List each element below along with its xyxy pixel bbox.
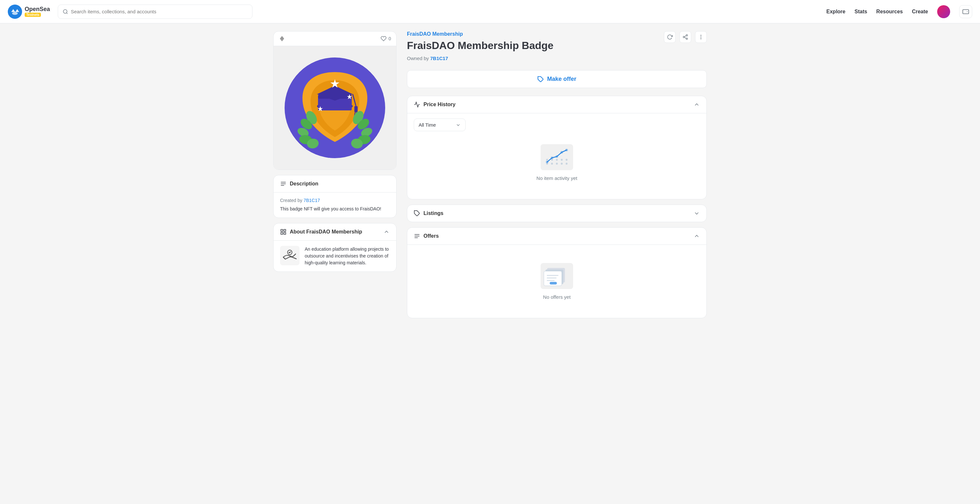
ethereum-icon bbox=[279, 35, 285, 42]
svg-point-61 bbox=[555, 155, 558, 158]
nav-links: Explore Stats Resources Create bbox=[827, 5, 972, 18]
like-button[interactable]: 0 bbox=[381, 36, 391, 41]
chevron-up-icon-price bbox=[694, 101, 700, 108]
nft-image-card: 0 bbox=[273, 31, 396, 170]
svg-point-57 bbox=[561, 159, 563, 161]
nft-image-area bbox=[274, 46, 396, 169]
avatar[interactable] bbox=[937, 5, 950, 18]
testnet-badge: Testnets bbox=[25, 13, 41, 17]
main-content: 0 bbox=[263, 23, 717, 331]
svg-point-50 bbox=[551, 163, 553, 165]
like-count: 0 bbox=[388, 36, 391, 41]
svg-rect-33 bbox=[281, 230, 283, 231]
wallet-icon[interactable] bbox=[959, 5, 972, 18]
description-text: This badge NFT will give you access to F… bbox=[280, 206, 390, 212]
nav-explore[interactable]: Explore bbox=[827, 9, 846, 14]
right-panel: FraisDAO Membership FraisDAO Membership … bbox=[407, 31, 707, 324]
nav-resources[interactable]: Resources bbox=[876, 9, 903, 14]
svg-point-63 bbox=[565, 149, 568, 152]
action-icons bbox=[664, 31, 707, 43]
svg-point-40 bbox=[683, 37, 685, 38]
collection-link[interactable]: FraisDAO Membership bbox=[407, 31, 463, 37]
make-offer-button[interactable]: Make offer bbox=[407, 70, 707, 88]
svg-point-54 bbox=[546, 159, 548, 161]
about-body: An education platform allowing projects … bbox=[274, 240, 396, 271]
tag-icon bbox=[538, 76, 544, 83]
chevron-up-icon bbox=[383, 229, 390, 235]
search-bar[interactable] bbox=[58, 5, 253, 19]
created-by: Created by 7B1C17 bbox=[280, 198, 390, 203]
share-button[interactable] bbox=[679, 31, 691, 43]
empty-offers: No offers yet bbox=[414, 250, 700, 313]
price-history-section: Price History All Time bbox=[407, 96, 707, 199]
nft-badge-image bbox=[283, 56, 387, 160]
chevron-down-icon bbox=[456, 123, 461, 128]
description-card: Description Created by 7B1C17 This badge… bbox=[273, 175, 396, 218]
offers-body: No offers yet bbox=[407, 244, 706, 318]
listings-header[interactable]: Listings bbox=[407, 205, 706, 222]
svg-point-1 bbox=[12, 12, 18, 14]
svg-point-62 bbox=[560, 151, 563, 154]
svg-rect-16 bbox=[354, 106, 358, 112]
svg-point-60 bbox=[551, 156, 553, 159]
logo[interactable]: OpenSea Testnets bbox=[8, 5, 50, 19]
description-body: Created by 7B1C17 This badge NFT will gi… bbox=[274, 192, 396, 218]
navbar: OpenSea Testnets Explore Stats Resources… bbox=[0, 0, 980, 23]
offers-header[interactable]: Offers bbox=[407, 228, 706, 244]
price-history-header[interactable]: Price History bbox=[407, 96, 706, 113]
search-icon bbox=[63, 9, 68, 14]
no-offers-label: No offers yet bbox=[543, 294, 571, 300]
svg-rect-36 bbox=[284, 233, 286, 234]
nft-title: FraisDAO Membership Badge bbox=[407, 40, 554, 52]
about-text: An education platform allowing projects … bbox=[305, 246, 390, 266]
refresh-button[interactable] bbox=[664, 31, 676, 43]
description-header[interactable]: Description bbox=[274, 175, 396, 192]
offers-section: Offers bbox=[407, 227, 707, 318]
svg-point-44 bbox=[701, 35, 702, 36]
listings-label: Listings bbox=[423, 211, 443, 216]
svg-point-56 bbox=[556, 159, 558, 161]
svg-point-53 bbox=[566, 163, 568, 165]
creator-link[interactable]: 7B1C17 bbox=[304, 198, 320, 203]
logo-text: OpenSea bbox=[25, 6, 50, 13]
svg-point-2 bbox=[63, 10, 67, 13]
svg-point-52 bbox=[561, 163, 563, 165]
svg-line-42 bbox=[684, 37, 686, 38]
right-top-section: FraisDAO Membership FraisDAO Membership … bbox=[407, 31, 707, 67]
svg-point-46 bbox=[701, 38, 702, 39]
svg-point-41 bbox=[686, 38, 687, 40]
price-history-body: All Time bbox=[407, 113, 706, 199]
owner-link[interactable]: 7B1C17 bbox=[430, 56, 448, 61]
more-options-button[interactable] bbox=[695, 31, 707, 43]
svg-line-3 bbox=[67, 13, 67, 14]
nav-stats[interactable]: Stats bbox=[854, 9, 867, 14]
chart-empty-icon bbox=[541, 144, 573, 170]
offers-icon bbox=[414, 233, 420, 239]
about-platform-icon bbox=[280, 246, 299, 265]
about-icon bbox=[280, 229, 286, 235]
svg-point-39 bbox=[686, 35, 687, 37]
price-history-label: Price History bbox=[423, 102, 456, 107]
nav-create[interactable]: Create bbox=[912, 9, 928, 14]
image-card-header: 0 bbox=[274, 32, 396, 46]
chevron-up-icon-offers bbox=[694, 233, 700, 239]
chevron-down-icon-listings bbox=[694, 210, 700, 217]
left-panel: 0 bbox=[273, 31, 396, 324]
search-input[interactable] bbox=[71, 9, 248, 14]
time-period-select[interactable]: All Time bbox=[414, 118, 466, 131]
listings-section: Listings bbox=[407, 204, 707, 222]
offers-label: Offers bbox=[423, 233, 439, 239]
about-label: About FraisDAO Membership bbox=[290, 229, 362, 235]
svg-line-43 bbox=[684, 36, 686, 37]
svg-rect-75 bbox=[550, 282, 557, 284]
svg-rect-34 bbox=[284, 230, 286, 231]
description-label: Description bbox=[290, 181, 318, 187]
about-card: About FraisDAO Membership An education p… bbox=[273, 223, 396, 272]
chart-icon bbox=[414, 101, 420, 108]
svg-point-59 bbox=[546, 161, 549, 163]
no-activity-label: No item activity yet bbox=[536, 175, 577, 181]
listings-icon bbox=[414, 210, 420, 217]
svg-rect-35 bbox=[281, 233, 283, 234]
about-header[interactable]: About FraisDAO Membership bbox=[274, 223, 396, 240]
svg-rect-4 bbox=[963, 10, 969, 14]
